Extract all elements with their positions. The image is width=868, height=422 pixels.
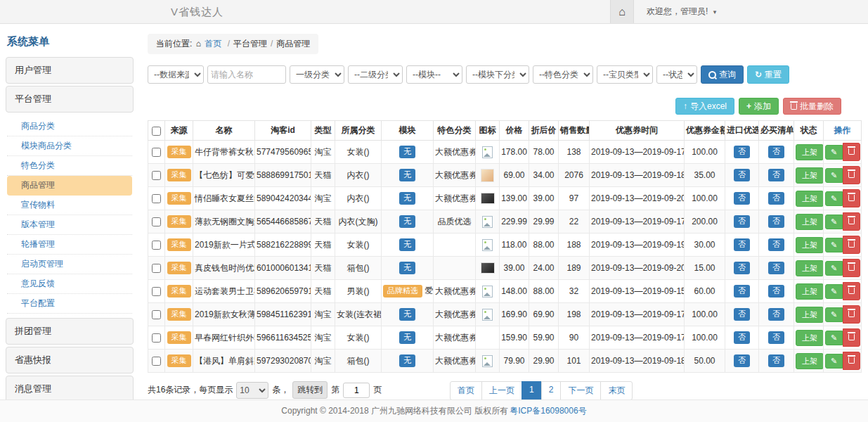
delete-button[interactable] [843, 352, 860, 370]
must-buy-toggle[interactable]: 否 [768, 262, 784, 274]
row-checkbox[interactable] [152, 287, 161, 296]
must-buy-toggle[interactable]: 否 [768, 285, 784, 297]
status-on-shelf-button[interactable]: 上架 [796, 144, 824, 160]
delete-button[interactable] [843, 166, 860, 184]
must-buy-toggle[interactable]: 否 [768, 308, 784, 320]
page-number-input[interactable] [343, 383, 370, 398]
module-select[interactable]: --模块-- [406, 65, 462, 84]
edit-button[interactable]: ✎ [825, 191, 843, 206]
row-checkbox[interactable] [152, 333, 161, 343]
must-buy-toggle[interactable]: 否 [768, 331, 784, 343]
edit-button[interactable]: ✎ [825, 145, 843, 160]
must-buy-toggle[interactable]: 否 [768, 146, 784, 158]
status-on-shelf-button[interactable]: 上架 [796, 260, 824, 276]
import-optional-toggle[interactable]: 否 [734, 285, 750, 297]
sidebar-section[interactable]: 用户管理 [6, 57, 134, 84]
status-on-shelf-button[interactable]: 上架 [796, 214, 824, 230]
delete-button[interactable] [843, 143, 860, 161]
edit-button[interactable]: ✎ [825, 261, 843, 276]
must-buy-toggle[interactable]: 否 [768, 238, 784, 250]
level1-category-select[interactable]: 一级分类 [290, 65, 344, 84]
import-excel-button[interactable]: ↑ 导入excel [675, 98, 734, 115]
edit-button[interactable]: ✎ [825, 354, 843, 369]
delete-button[interactable] [843, 282, 860, 300]
icp-link[interactable]: 粤ICP备16098006号 [510, 405, 586, 417]
item-type-select[interactable]: --宝贝类型-- [597, 65, 653, 84]
batch-delete-button[interactable]: 批量删除 [783, 98, 841, 115]
delete-button[interactable] [843, 189, 860, 207]
status-on-shelf-button[interactable]: 上架 [796, 191, 824, 207]
pager-button[interactable]: 2 [541, 381, 562, 400]
import-optional-toggle[interactable]: 否 [734, 169, 750, 181]
status-on-shelf-button[interactable]: 上架 [796, 353, 824, 369]
must-buy-toggle[interactable]: 否 [768, 169, 784, 181]
import-optional-toggle[interactable]: 否 [734, 262, 750, 274]
sidebar-subitem[interactable]: 轮播管理 [7, 235, 132, 255]
delete-button[interactable] [843, 259, 860, 277]
sidebar-section[interactable]: 平台管理 [6, 86, 134, 113]
delete-button[interactable] [843, 305, 860, 324]
data-source-select[interactable]: --数据来源-- [148, 65, 204, 84]
delete-button[interactable] [843, 328, 860, 347]
import-optional-toggle[interactable]: 否 [734, 308, 750, 320]
status-select[interactable]: --状态-- [656, 65, 697, 84]
sidebar-section[interactable]: 消息管理 [6, 376, 134, 402]
sidebar-section[interactable]: 省惠快报 [6, 347, 134, 373]
edit-button[interactable]: ✎ [825, 331, 843, 345]
feature-category-select[interactable]: --特色分类-- [533, 65, 593, 84]
import-optional-toggle[interactable]: 否 [734, 215, 750, 227]
import-optional-toggle[interactable]: 否 [734, 331, 750, 343]
edit-button[interactable]: ✎ [825, 168, 843, 183]
must-buy-toggle[interactable]: 否 [768, 192, 784, 204]
row-checkbox[interactable] [152, 194, 161, 203]
delete-button[interactable] [843, 236, 860, 254]
must-buy-toggle[interactable]: 否 [768, 354, 784, 366]
row-checkbox[interactable] [152, 264, 161, 273]
edit-button[interactable]: ✎ [825, 215, 843, 229]
reset-button[interactable]: ↻ 重置 [747, 65, 789, 84]
status-on-shelf-button[interactable]: 上架 [796, 237, 824, 253]
edit-button[interactable]: ✎ [825, 307, 843, 322]
add-button[interactable]: + 添加 [739, 98, 779, 115]
row-checkbox[interactable] [152, 241, 161, 250]
level2-category-select[interactable]: --二级分类-- [348, 65, 403, 84]
sidebar-subitem[interactable]: 版本管理 [7, 215, 132, 235]
sidebar-subitem[interactable]: 意见反馈 [7, 274, 132, 294]
delete-button[interactable] [843, 212, 860, 231]
sidebar-subitem[interactable]: 启动页管理 [7, 255, 132, 274]
sidebar-subitem[interactable]: 模块商品分类 [7, 136, 132, 156]
search-button[interactable]: 查询 [701, 65, 744, 84]
user-menu[interactable]: 欢迎您，管理员! ▾ [647, 6, 716, 18]
pager-button[interactable]: 末页 [600, 381, 633, 400]
import-optional-toggle[interactable]: 否 [734, 354, 750, 366]
status-on-shelf-button[interactable]: 上架 [796, 330, 824, 346]
breadcrumb-home-link[interactable]: 首页 [205, 39, 221, 49]
status-on-shelf-button[interactable]: 上架 [796, 167, 824, 184]
import-optional-toggle[interactable]: 否 [734, 146, 750, 158]
sidebar-subitem[interactable]: 商品分类 [7, 117, 132, 136]
name-search-input[interactable] [207, 65, 286, 84]
module-subcategory-select[interactable]: --模块下分类-- [466, 65, 529, 84]
sidebar-subitem[interactable]: 特色分类 [7, 156, 132, 176]
edit-button[interactable]: ✎ [825, 238, 843, 252]
select-all-checkbox[interactable] [152, 127, 161, 136]
import-optional-toggle[interactable]: 否 [734, 238, 750, 250]
status-on-shelf-button[interactable]: 上架 [796, 283, 824, 300]
jump-button[interactable]: 跳转到 [292, 381, 328, 399]
row-checkbox[interactable] [152, 357, 161, 366]
pager-button[interactable]: 下一页 [560, 381, 601, 400]
sidebar-section[interactable]: 拼团管理 [6, 318, 134, 345]
row-checkbox[interactable] [152, 217, 161, 226]
sidebar-subitem[interactable]: 商品管理 [7, 176, 132, 196]
row-checkbox[interactable] [152, 310, 161, 319]
row-checkbox[interactable] [152, 148, 161, 157]
sidebar-subitem[interactable]: 宣传物料 [7, 196, 132, 215]
row-checkbox[interactable] [152, 171, 161, 180]
pager-button[interactable]: 上一页 [481, 381, 522, 400]
sidebar-subitem[interactable]: 平台配置 [7, 294, 132, 314]
edit-button[interactable]: ✎ [825, 284, 843, 299]
import-optional-toggle[interactable]: 否 [734, 192, 750, 204]
pager-button[interactable]: 1 [522, 381, 542, 400]
per-page-select[interactable]: 10 [236, 382, 268, 399]
pager-button[interactable]: 首页 [450, 381, 482, 400]
